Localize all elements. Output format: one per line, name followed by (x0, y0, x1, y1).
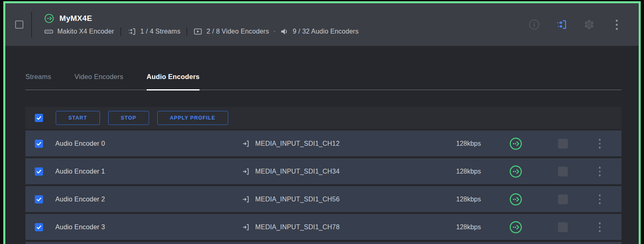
tab-streams[interactable]: Streams (25, 73, 51, 90)
device-card-header: MyMX4E Makito X4 Encoder (5, 3, 639, 46)
thumbnail-placeholder (558, 139, 568, 149)
streaming-status-icon (493, 165, 538, 178)
video-encoders-icon (193, 27, 202, 36)
streaming-status-icon (493, 221, 538, 234)
tab-video-encoders[interactable]: Video Encoders (75, 73, 123, 90)
start-button[interactable]: START (56, 111, 100, 125)
table-row[interactable]: Audio Encoder 2 MEDIA_INPUT_SDI1_CH56 12… (25, 186, 621, 212)
encoder-name: Audio Encoder 1 (55, 168, 242, 175)
encoder-bitrate: 128kbps (440, 168, 493, 175)
streams-metric: 1 / 4 Streams (141, 28, 181, 35)
streams-metric-icon (127, 27, 136, 36)
device-select-checkbox[interactable] (15, 20, 23, 29)
video-encoders-metric: 2 / 8 Video Encoders (206, 28, 269, 35)
row-checkbox[interactable] (35, 140, 43, 148)
table-row[interactable]: Audio Encoder 1 MEDIA_INPUT_SDI1_CH34 12… (25, 158, 621, 184)
thumbnail-placeholder (558, 167, 568, 176)
appliance-icon (44, 27, 53, 36)
row-more-options-icon[interactable] (599, 139, 601, 149)
device-name: MyMX4E (59, 14, 92, 23)
device-title-block: MyMX4E Makito X4 Encoder (44, 14, 358, 36)
input-source-icon (242, 195, 250, 203)
stop-button[interactable]: STOP (108, 111, 149, 125)
streaming-status-icon (493, 193, 538, 206)
table-row[interactable]: Audio Encoder 3 MEDIA_INPUT_SDI1_CH78 12… (25, 214, 621, 240)
encoder-input: MEDIA_INPUT_SDI1_CH12 (255, 140, 340, 147)
row-checkbox[interactable] (35, 195, 43, 203)
apply-profile-button[interactable]: APPLY PROFILE (157, 111, 228, 125)
select-all-checkbox[interactable] (35, 114, 43, 122)
encoder-name: Audio Encoder 2 (55, 196, 242, 203)
input-source-icon (242, 140, 250, 148)
thumbnail-placeholder (558, 194, 568, 204)
encoder-bitrate: 128kbps (440, 224, 493, 231)
device-card: MyMX4E Makito X4 Encoder (3, 1, 641, 244)
thumbnail-placeholder (558, 222, 568, 232)
encoder-input: MEDIA_INPUT_SDI1_CH78 (255, 224, 340, 231)
audio-encoders-icon (280, 27, 289, 36)
metric-divider (120, 27, 121, 36)
streaming-status-icon (44, 14, 54, 23)
table-row[interactable]: Audio Encoder 0 MEDIA_INPUT_SDI1_CH12 12… (25, 131, 621, 156)
encoder-input: MEDIA_INPUT_SDI1_CH34 (255, 168, 340, 175)
row-checkbox[interactable] (35, 167, 43, 176)
info-icon[interactable] (528, 19, 540, 30)
row-more-options-icon[interactable] (599, 167, 601, 176)
input-source-icon (242, 223, 250, 231)
encoder-bitrate: 128kbps (440, 196, 493, 203)
encoder-input: MEDIA_INPUT_SDI1_CH56 (255, 196, 340, 203)
encoder-name: Audio Encoder 3 (55, 224, 242, 231)
settings-gear-icon[interactable] (583, 19, 595, 30)
metric-divider (186, 27, 187, 36)
device-type-label: Makito X4 Encoder (57, 28, 114, 35)
audio-encoder-list: Audio Encoder 0 MEDIA_INPUT_SDI1_CH12 12… (25, 131, 621, 244)
streaming-status-icon (493, 137, 538, 150)
row-more-options-icon[interactable] (599, 194, 601, 204)
table-row-partial (25, 242, 621, 244)
encoder-bitrate: 128kbps (440, 140, 493, 147)
encoder-tabs: Streams Video Encoders Audio Encoders (25, 46, 621, 90)
row-more-options-icon[interactable] (599, 222, 601, 232)
audio-encoders-metric: 9 / 32 Audio Encoders (293, 28, 359, 35)
stream-routing-icon[interactable] (556, 19, 567, 30)
header-actions (528, 19, 622, 30)
encoder-name: Audio Encoder 0 (55, 140, 242, 147)
tab-audio-encoders[interactable]: Audio Encoders (147, 73, 200, 90)
dot-separator (274, 31, 275, 32)
input-source-icon (242, 167, 250, 176)
more-options-icon[interactable] (611, 19, 622, 30)
bulk-actions-toolbar: START STOP APPLY PROFILE (25, 107, 621, 129)
row-checkbox[interactable] (35, 223, 43, 231)
header-divider (31, 11, 32, 38)
